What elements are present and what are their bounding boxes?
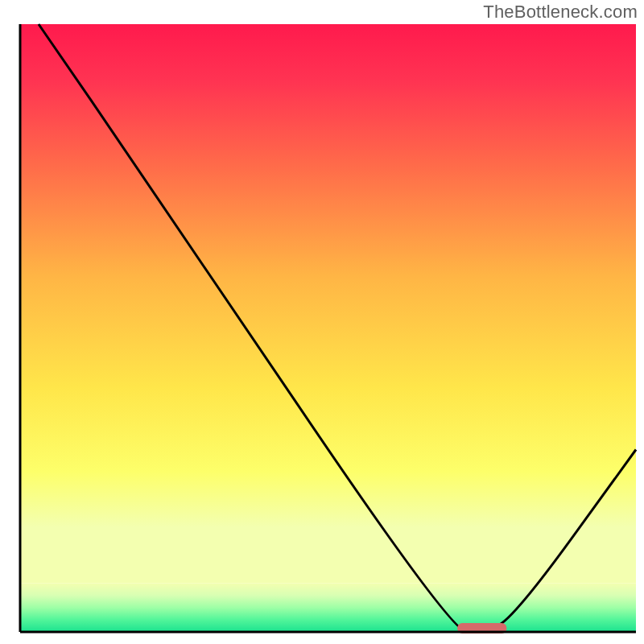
chart-background-bottom-band [20,584,636,632]
bottleneck-chart [0,0,644,644]
chart-background-main [20,24,636,584]
chart-stage: TheBottleneck.com [0,0,644,644]
